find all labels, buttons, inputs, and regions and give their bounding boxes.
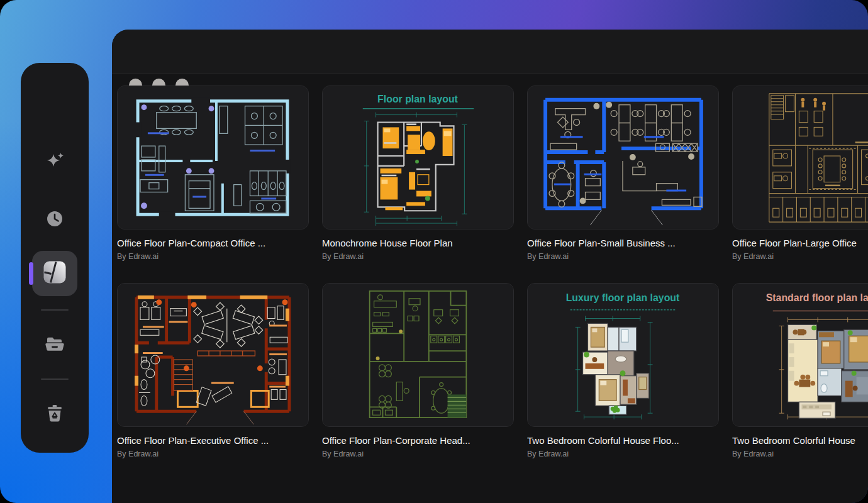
executive-office-thumbnail	[118, 284, 308, 426]
main-window: Floor plan layout	[112, 30, 868, 503]
selected-indicator	[29, 262, 33, 285]
card-info: Office Floor Plan-Corporate Head... By E…	[322, 434, 514, 458]
template-card[interactable]	[732, 86, 868, 229]
template-author: By Edraw.ai	[527, 252, 719, 261]
template-author: By Edraw.ai	[322, 252, 514, 261]
template-author: By Edraw.ai	[322, 450, 514, 458]
card-info: Two Bedroom Colorful House Floo... By Ed…	[527, 434, 719, 458]
sidebar-item-ai[interactable]	[21, 151, 89, 175]
template-card[interactable]	[117, 283, 309, 427]
sidebar-item-templates[interactable]	[32, 251, 77, 296]
thumb-title: Standard floor plan layout	[766, 292, 868, 303]
template-card[interactable]	[527, 86, 719, 229]
luxury-house-thumbnail: Luxury floor plan layout	[528, 284, 718, 426]
template-title: Office Floor Plan-Corporate Head...	[322, 434, 514, 446]
template-author: By Edraw.ai	[732, 450, 868, 458]
sidebar-item-projects[interactable]	[21, 333, 89, 357]
template-card[interactable]: Standard floor plan layout	[732, 283, 868, 427]
template-title: Office Floor Plan-Large Office	[732, 237, 868, 249]
desktop-background: Floor plan layout	[0, 0, 868, 503]
template-title: Two Bedroom Colorful House	[732, 434, 868, 446]
sidebar-divider	[41, 309, 69, 311]
template-author: By Edraw.ai	[527, 450, 719, 458]
card-info: Two Bedroom Colorful House By Edraw.ai	[732, 434, 868, 458]
template-title: Office Floor Plan-Small Business ...	[527, 237, 719, 249]
sidebar-item-recent[interactable]	[21, 208, 89, 232]
template-card[interactable]: Luxury floor plan layout	[527, 283, 719, 427]
template-title: Monochrome House Floor Plan	[322, 237, 514, 249]
template-card[interactable]	[322, 283, 514, 427]
template-icon	[43, 260, 67, 287]
trash-recycle-icon	[44, 403, 65, 427]
template-author: By Edraw.ai	[732, 252, 868, 261]
small-business-thumbnail	[528, 86, 718, 229]
template-title: Two Bedroom Colorful House Floo...	[527, 434, 719, 446]
template-card[interactable]: Floor plan layout	[322, 86, 514, 229]
card-info: Monochrome House Floor Plan By Edraw.ai	[322, 237, 514, 261]
monochrome-house-thumbnail: Floor plan layout	[323, 86, 513, 229]
clock-icon	[44, 208, 65, 232]
sidebar	[21, 63, 89, 453]
template-title: Office Floor Plan-Compact Office ...	[117, 237, 309, 249]
sidebar-divider	[41, 379, 69, 380]
card-info: Office Floor Plan-Compact Office ... By …	[117, 237, 309, 261]
sidebar-item-trash[interactable]	[21, 403, 89, 427]
card-info: Office Floor Plan-Executive Office ... B…	[117, 434, 309, 458]
large-office-thumbnail	[733, 86, 868, 229]
template-card[interactable]	[117, 86, 309, 229]
sparkle-icon	[44, 151, 65, 175]
corporate-hq-thumbnail	[323, 284, 513, 426]
card-info: Office Floor Plan-Large Office By Edraw.…	[732, 237, 868, 261]
thumb-title: Luxury floor plan layout	[566, 292, 680, 303]
window-titlebar	[112, 30, 868, 74]
folder-icon	[44, 333, 65, 357]
template-author: By Edraw.ai	[117, 450, 309, 458]
template-title: Office Floor Plan-Executive Office ...	[117, 434, 309, 446]
standard-house-thumbnail: Standard floor plan layout	[733, 284, 868, 426]
compact-office-thumbnail	[118, 86, 308, 229]
card-info: Office Floor Plan-Small Business ... By …	[527, 237, 719, 261]
template-author: By Edraw.ai	[117, 252, 309, 261]
thumb-title: Floor plan layout	[377, 94, 458, 104]
